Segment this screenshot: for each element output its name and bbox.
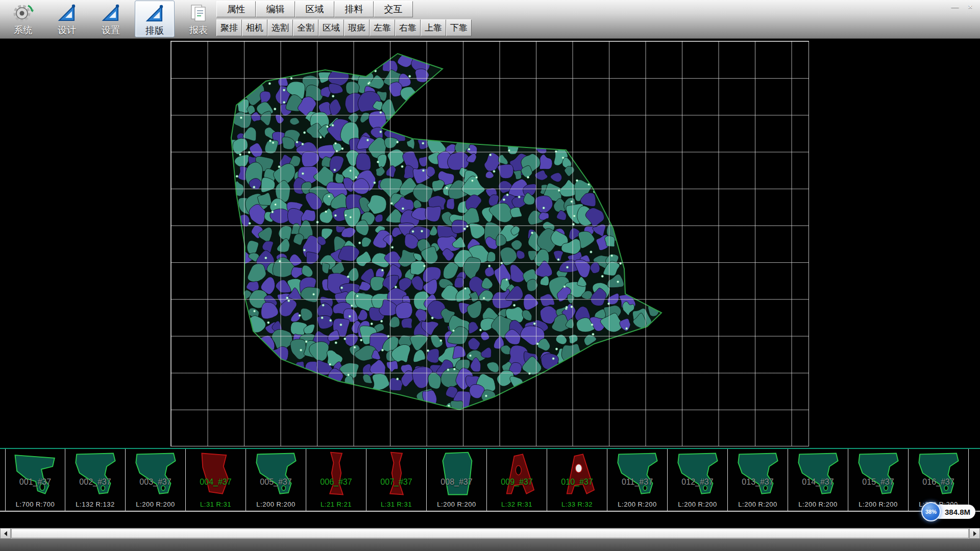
piece-name: 011_#37 — [607, 478, 667, 487]
piece-name: 013_#37 — [728, 478, 788, 487]
piece-counts: L:200 R:200 — [427, 500, 486, 508]
action-cluster-nest[interactable]: 聚排 — [216, 19, 242, 36]
piece-name: 006_#37 — [306, 478, 366, 487]
piece-shape — [552, 450, 603, 497]
toolbar-button-label: 系统 — [14, 24, 32, 36]
piece-shape — [130, 450, 181, 497]
toolbar-button-layout[interactable]: 排版 — [135, 1, 175, 37]
piece-counts: L:200 R:200 — [126, 500, 185, 508]
toolbar-button-design[interactable]: 设计 — [47, 1, 87, 37]
piece-thumbnail[interactable]: 013_#37L:200 R:200 — [728, 449, 788, 511]
report-icon — [187, 3, 210, 23]
action-select-cut[interactable]: 选割 — [267, 19, 293, 36]
piece-name: 009_#37 — [487, 478, 547, 487]
piece-thumbnail[interactable]: 010_#37L:33 R:32 — [547, 449, 607, 511]
toolbar-button-report[interactable]: 报表 — [179, 1, 218, 37]
status-widget: 384.8M 38% — [921, 502, 977, 521]
piece-counts: L:21 R:21 — [306, 500, 366, 508]
piece-shape — [853, 450, 904, 497]
piece-name: 003_#37 — [126, 478, 185, 487]
piece-counts: L:200 R:200 — [728, 500, 788, 508]
action-snap-top[interactable]: 上靠 — [421, 19, 446, 36]
piece-name: 007_#37 — [366, 478, 426, 487]
menu-tab-region[interactable]: 区域 — [295, 1, 334, 17]
toolbar-button-label: 报表 — [189, 24, 208, 36]
piece-counts: L:700 R:700 — [6, 500, 65, 508]
piece-shape — [431, 450, 482, 497]
piece-thumbnail[interactable]: 007_#37L:31 R:31 — [366, 449, 427, 511]
action-region[interactable]: 区域 — [318, 19, 344, 36]
piece-thumbnail[interactable]: 009_#37L:32 R:31 — [487, 449, 547, 511]
piece-name: 012_#37 — [668, 478, 727, 487]
menu-tab-bar: 属性编辑区域排料交互 — [216, 1, 413, 17]
piece-name: 016_#37 — [909, 478, 968, 487]
piece-counts: L:31 R:31 — [186, 500, 246, 508]
close-button[interactable]: × — [965, 2, 976, 11]
piece-shape — [732, 450, 783, 497]
piece-thumbnail[interactable]: 014_#37L:200 R:200 — [788, 449, 848, 511]
piece-shape — [371, 450, 422, 497]
action-snap-left[interactable]: 左靠 — [370, 19, 395, 36]
set-square-icon — [100, 3, 122, 23]
piece-thumbnail[interactable]: 015_#37L:200 R:200 — [848, 449, 909, 511]
piece-thumbnail[interactable]: 005_#37L:200 R:200 — [246, 449, 306, 511]
piece-thumbnail[interactable]: 011_#37L:200 R:200 — [607, 449, 668, 511]
toolbar-button-label: 设计 — [58, 24, 76, 36]
bottom-status-bar — [0, 539, 980, 551]
piece-name: 005_#37 — [246, 478, 306, 487]
action-defect[interactable]: 瑕疵 — [344, 19, 370, 36]
piece-counts: L:31 R:31 — [366, 500, 426, 508]
minimize-button[interactable]: — — [949, 2, 961, 11]
window-controls: — × — [949, 2, 976, 11]
piece-shape — [70, 450, 121, 497]
horizontal-scrollbar[interactable] — [0, 528, 980, 539]
memory-value: 384.8M — [945, 508, 970, 516]
piece-name: 014_#37 — [788, 478, 848, 487]
toolbar-button-label: 排版 — [145, 24, 164, 37]
action-camera[interactable]: 相机 — [242, 19, 267, 36]
piece-counts: L:200 R:200 — [607, 500, 667, 508]
piece-thumbnail[interactable]: 004_#37L:31 R:31 — [186, 449, 246, 511]
piece-thumbnail[interactable]: 001_#37L:700 R:700 — [5, 449, 65, 511]
piece-thumbnail[interactable]: 016_#37L:200 R:200 — [909, 449, 969, 511]
toolbar-button-settings[interactable]: 设置 — [91, 1, 131, 37]
piece-shape — [793, 450, 844, 497]
action-toolbar: 聚排相机选割全割区域瑕疵左靠右靠上靠下靠 — [216, 19, 472, 36]
piece-thumbnail[interactable]: 006_#37L:21 R:21 — [306, 449, 366, 511]
action-cut-all[interactable]: 全割 — [293, 19, 318, 36]
piece-shape — [913, 450, 964, 497]
piece-shape — [190, 450, 241, 497]
title-bar: 系统设计设置排版报表 属性编辑区域排料交互 聚排相机选割全割区域瑕疵左靠右靠上靠… — [0, 0, 980, 39]
action-snap-bottom[interactable]: 下靠 — [446, 19, 472, 36]
app-toolbar: 系统设计设置排版报表 — [3, 1, 218, 38]
scroll-right-button[interactable] — [969, 528, 980, 539]
scroll-thumb[interactable] — [11, 529, 969, 538]
toolbar-button-label: 设置 — [102, 24, 120, 36]
action-snap-right[interactable]: 右靠 — [395, 19, 421, 36]
menu-tab-properties[interactable]: 属性 — [216, 1, 256, 17]
piece-shape — [311, 450, 362, 497]
gear-icon — [12, 3, 34, 23]
piece-name: 001_#37 — [6, 478, 65, 487]
hide-shape[interactable] — [0, 39, 980, 448]
progress-badge[interactable]: 38% — [921, 502, 941, 521]
piece-shape — [612, 450, 663, 497]
menu-tab-interact[interactable]: 交互 — [374, 1, 413, 17]
piece-counts: L:132 R:132 — [65, 500, 125, 508]
menu-tab-nesting[interactable]: 排料 — [334, 1, 374, 17]
nesting-canvas[interactable] — [0, 39, 980, 448]
piece-thumbnail[interactable]: 008_#37L:200 R:200 — [427, 449, 487, 511]
piece-counts: L:33 R:32 — [547, 500, 607, 508]
scroll-left-button[interactable] — [0, 528, 11, 539]
piece-thumbnail[interactable]: 002_#37L:132 R:132 — [65, 449, 126, 511]
piece-thumbnail[interactable]: 003_#37L:200 R:200 — [126, 449, 186, 511]
piece-thumbnail[interactable]: 012_#37L:200 R:200 — [668, 449, 728, 511]
toolbar-button-system[interactable]: 系统 — [3, 1, 43, 37]
right-arrow-icon — [973, 531, 976, 536]
piece-counts: L:200 R:200 — [848, 500, 908, 508]
piece-shape — [492, 450, 543, 497]
piece-shape — [251, 450, 302, 497]
menu-tab-edit[interactable]: 编辑 — [256, 1, 295, 17]
set-square-icon — [143, 3, 166, 23]
piece-counts: L:200 R:200 — [788, 500, 848, 508]
